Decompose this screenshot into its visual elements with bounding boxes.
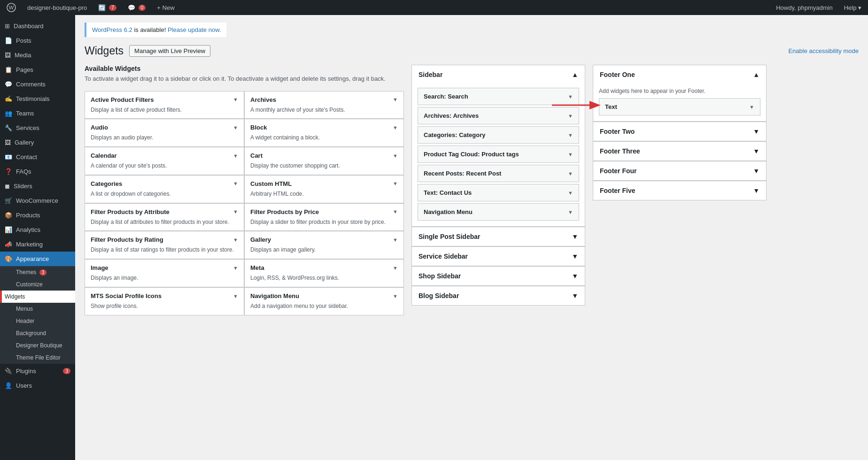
sidebar-item-pages[interactable]: 📋 Pages (0, 62, 75, 77)
widget-audio[interactable]: Audio ▼ Displays an audio player. (85, 119, 244, 147)
help-button[interactable]: Help ▾ (841, 0, 864, 15)
footer-four-panel: Footer Four ▼ (593, 161, 767, 181)
updates-icon: 🔄 (98, 4, 106, 11)
submenu-widgets[interactable]: Widgets (0, 291, 75, 303)
plugins-badge: 3 (63, 368, 70, 374)
plugins-icon: 🔌 (5, 368, 12, 375)
widgets-layout: Available Widgets To activate a widget d… (85, 65, 859, 315)
single-post-sidebar-header[interactable]: Single Post Sidebar ▼ (412, 227, 585, 246)
appearance-icon: 🎨 (5, 255, 12, 262)
sidebar-widget-product-tag-cloud[interactable]: Product Tag Cloud: Product tags ▼ (418, 146, 579, 163)
sidebar-item-services[interactable]: 🔧 Services (0, 121, 75, 135)
sidebar-item-faqs[interactable]: ❓ FAQs (0, 164, 75, 179)
updates-button[interactable]: 🔄 7 (95, 0, 119, 15)
widget-block[interactable]: Block ▼ A widget containing a block. (244, 119, 404, 147)
services-icon: 🔧 (5, 124, 12, 131)
sidebar-widget-recent-posts[interactable]: Recent Posts: Recent Post ▼ (418, 165, 579, 182)
sidebar-item-dashboard[interactable]: ⊞ Dashboard (0, 19, 75, 33)
chevron-down-icon: ▼ (393, 293, 398, 299)
widget-filter-by-attribute[interactable]: Filter Products by Attribute ▼ Display a… (85, 203, 244, 231)
sidebar-item-plugins[interactable]: 🔌 Plugins 3 (0, 364, 75, 378)
chevron-down-icon: ▼ (568, 190, 573, 196)
widget-header: Navigation Menu ▼ (250, 292, 398, 299)
update-now-link[interactable]: Please update now. (168, 26, 221, 33)
widget-filter-by-price[interactable]: Filter Products by Price ▼ Display a sli… (244, 203, 404, 231)
sidebar-item-posts[interactable]: 📄 Posts (0, 33, 75, 48)
sidebar-widget-categories[interactable]: Categories: Category ▼ (418, 126, 579, 144)
submenu-customize[interactable]: Customize (0, 278, 75, 291)
sidebar-item-teams[interactable]: 👥 Teams (0, 106, 75, 121)
chevron-down-icon: ▼ (572, 292, 578, 299)
chevron-down-icon: ▼ (568, 132, 573, 138)
sidebar-widget-text[interactable]: Text: Contact Us ▼ (418, 184, 579, 201)
sidebar-item-products[interactable]: 📦 Products (0, 208, 75, 222)
sidebar-item-users[interactable]: 👤 Users (0, 378, 75, 393)
available-widgets-heading: Available Widgets (85, 65, 404, 72)
sidebar-item-testimonials[interactable]: ✍ Testimonials (0, 92, 75, 106)
updates-badge: 7 (109, 5, 116, 11)
widget-archives[interactable]: Archives ▼ A monthly archive of your sit… (244, 91, 404, 119)
page-header-left: Widgets Manage with Live Preview (85, 45, 210, 57)
service-sidebar-header[interactable]: Service Sidebar ▼ (412, 247, 585, 266)
shop-sidebar-panel: Shop Sidebar ▼ (411, 266, 585, 286)
live-preview-button[interactable]: Manage with Live Preview (129, 45, 210, 57)
site-name-button[interactable]: designer-boutique-pro (24, 0, 90, 15)
widget-filter-by-rating[interactable]: Filter Products by Rating ▼ Display a li… (85, 231, 244, 259)
submenu-theme-file-editor[interactable]: Theme File Editor (0, 352, 75, 364)
sidebar-item-sliders[interactable]: ◼ Sliders (0, 179, 75, 193)
submenu-header[interactable]: Header (0, 315, 75, 327)
analytics-icon: 📊 (5, 226, 12, 233)
widget-categories[interactable]: Categories ▼ A list or dropdown of categ… (85, 175, 244, 203)
sidebar-widget-archives[interactable]: Archives: Archives ▼ (418, 107, 579, 124)
widget-meta[interactable]: Meta ▼ Login, RSS, & WordPress.org links… (244, 259, 404, 287)
widget-header: MTS Social Profile Icons ▼ (91, 292, 238, 299)
appearance-submenu: Themes 3 Customize Widgets Menus Header … (0, 266, 75, 364)
sidebar-item-appearance[interactable]: 🎨 Appearance (0, 252, 75, 266)
update-notice-link[interactable]: WordPress 6.2 (92, 26, 132, 33)
sidebar-widget-navigation-menu[interactable]: Navigation Menu ▼ (418, 203, 579, 221)
sidebar-item-contact[interactable]: 📧 Contact (0, 150, 75, 164)
dashboard-icon: ⊞ (5, 23, 10, 30)
footer-four-header[interactable]: Footer Four ▼ (593, 161, 766, 180)
single-post-sidebar-title: Single Post Sidebar (418, 233, 480, 240)
accessibility-mode-link[interactable]: Enable accessibility mode (788, 47, 859, 54)
widget-header: Block ▼ (250, 124, 398, 131)
footer-one-text-widget[interactable]: Text ▼ (599, 98, 760, 115)
sidebar-item-media[interactable]: 🖼 Media (0, 48, 75, 62)
sidebar-item-woocommerce[interactable]: 🛒 WooCommerce (0, 193, 75, 208)
wp-logo-button[interactable]: W (4, 0, 19, 15)
widget-calendar[interactable]: Calendar ▼ A calendar of your site's pos… (85, 147, 244, 175)
submenu-themes[interactable]: Themes 3 (0, 266, 75, 278)
shop-sidebar-title: Shop Sidebar (418, 272, 461, 280)
shop-sidebar-header[interactable]: Shop Sidebar ▼ (412, 267, 585, 285)
submenu-designer-boutique[interactable]: Designer Boutique (0, 339, 75, 352)
widget-custom-html[interactable]: Custom HTML ▼ Arbitrary HTML code. (244, 175, 404, 203)
widget-cart[interactable]: Cart ▼ Display the customer shopping car… (244, 147, 404, 175)
sidebar-item-comments[interactable]: 💬 Comments (0, 77, 75, 92)
new-button[interactable]: + New (154, 0, 177, 15)
widget-navigation-menu[interactable]: Navigation Menu ▼ Add a navigation menu … (244, 287, 404, 315)
footer-one-header[interactable]: Footer One ▲ (593, 65, 766, 84)
widget-active-product-filters[interactable]: Active Product Filters ▼ Display a list … (85, 91, 244, 119)
widget-gallery[interactable]: Gallery ▼ Displays an image gallery. (244, 231, 404, 259)
sidebar-item-gallery[interactable]: 🖼 Gallery (0, 135, 75, 150)
widget-mts-social[interactable]: MTS Social Profile Icons ▼ Show profile … (85, 287, 244, 315)
sidebar-widget-search[interactable]: Search: Search ▼ (418, 88, 579, 105)
sidebar-panel-header[interactable]: Sidebar ▲ (412, 65, 585, 84)
chevron-down-icon: ▼ (393, 181, 398, 186)
submenu-background[interactable]: Background (0, 327, 75, 339)
chevron-down-icon: ▼ (393, 97, 398, 102)
footer-five-header[interactable]: Footer Five ▼ (593, 181, 766, 200)
submenu-menus[interactable]: Menus (0, 303, 75, 315)
service-sidebar-panel: Service Sidebar ▼ (411, 246, 585, 266)
sidebar-item-marketing[interactable]: 📣 Marketing (0, 237, 75, 252)
widget-image[interactable]: Image ▼ Displays an image. (85, 259, 244, 287)
sidebar-item-analytics[interactable]: 📊 Analytics (0, 222, 75, 237)
footer-one-content: Add widgets here to appear in your Foote… (593, 84, 766, 121)
footer-two-header[interactable]: Footer Two ▼ (593, 122, 766, 141)
main-content: WordPress 6.2 is available! Please updat… (75, 15, 868, 460)
blog-sidebar-header[interactable]: Blog Sidebar ▼ (412, 286, 585, 305)
comments-button[interactable]: 💬 0 (125, 0, 149, 15)
widget-header: Cart ▼ (250, 152, 398, 159)
footer-three-header[interactable]: Footer Three ▼ (593, 142, 766, 161)
